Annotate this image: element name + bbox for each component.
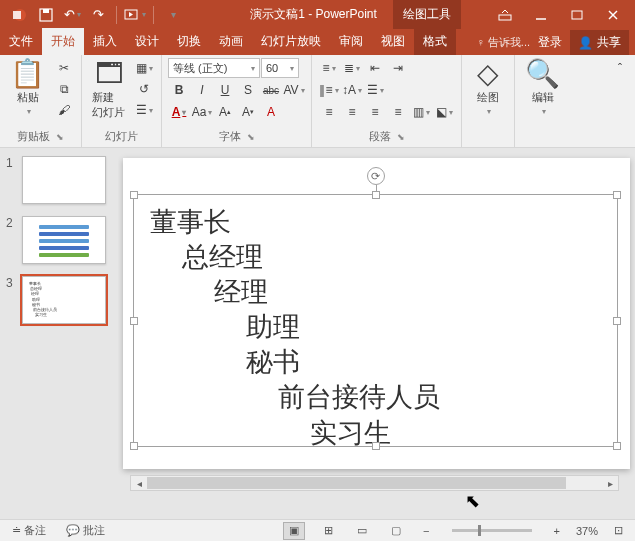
login-button[interactable]: 登录 [538, 34, 562, 51]
horizontal-scrollbar[interactable]: ◂ ▸ [130, 475, 619, 491]
tab-format[interactable]: 格式 [414, 28, 456, 55]
columns-button[interactable]: ▥▾ [410, 102, 432, 122]
text-box[interactable]: ⟳ 董事长 总经理 经理 助理 秘书 前台接待人员 实习生 [133, 194, 618, 447]
scroll-left-button[interactable]: ◂ [131, 478, 147, 489]
tab-review[interactable]: 审阅 [330, 28, 372, 55]
tab-home[interactable]: 开始 [42, 28, 84, 55]
reset-button[interactable]: ↺ [133, 79, 155, 99]
tab-slideshow[interactable]: 幻灯片放映 [252, 28, 330, 55]
clipboard-dialog-launcher[interactable]: ⬊ [56, 132, 64, 142]
fit-to-window-button[interactable]: ⊡ [610, 524, 627, 537]
zoom-in-button[interactable]: + [550, 525, 564, 537]
rotation-handle[interactable]: ⟳ [367, 167, 385, 185]
italic-button[interactable]: I [191, 80, 213, 100]
font-dialog-launcher[interactable]: ⬊ [247, 132, 255, 142]
notes-button[interactable]: ≐ 备注 [8, 523, 50, 538]
zoom-out-button[interactable]: − [419, 525, 433, 537]
sorter-view-button[interactable]: ⊞ [317, 522, 339, 540]
numbering-button[interactable]: ≣▾ [341, 58, 363, 78]
thumbnail-item[interactable]: 2 [6, 216, 112, 264]
paragraph-dialog-launcher[interactable]: ⬊ [397, 132, 405, 142]
tab-animations[interactable]: 动画 [210, 28, 252, 55]
bold-button[interactable]: B [168, 80, 190, 100]
resize-handle-bl[interactable] [130, 442, 138, 450]
tab-file[interactable]: 文件 [0, 28, 42, 55]
text-line: 前台接待人员 [150, 380, 601, 415]
font-color-button[interactable]: A▾ [168, 102, 190, 122]
minimize-button[interactable] [523, 0, 559, 29]
redo-button[interactable]: ↷ [86, 3, 110, 27]
decrease-indent-button[interactable]: ⇤ [364, 58, 386, 78]
smartart-button[interactable]: ⬕▾ [433, 102, 455, 122]
scrollbar-thumb[interactable] [147, 477, 566, 489]
underline-button[interactable]: U [214, 80, 236, 100]
share-label: 共享 [597, 34, 621, 51]
text-direction-button[interactable]: ↕A▾ [341, 80, 363, 100]
reading-view-button[interactable]: ▭ [351, 522, 373, 540]
align-right-button[interactable]: ≡ [364, 102, 386, 122]
comments-button[interactable]: 💬 批注 [62, 523, 109, 538]
line-spacing-button[interactable]: ‖≡▾ [318, 80, 340, 100]
resize-handle-tr[interactable] [613, 191, 621, 199]
layout-button[interactable]: ▦▾ [133, 58, 155, 78]
collapse-ribbon-button[interactable]: ˆ [609, 59, 631, 79]
undo-button[interactable]: ↶▾ [60, 3, 84, 27]
tell-me-search[interactable]: ♀ 告诉我... [477, 35, 530, 50]
thumbnail-slide-3[interactable]: 董事长 总经理 经理 助理 秘书 前台接待人员 实习生 [22, 276, 106, 324]
align-text-button[interactable]: ☰▾ [364, 80, 386, 100]
start-from-beginning-button[interactable]: ▾ [123, 3, 147, 27]
tab-design[interactable]: 设计 [126, 28, 168, 55]
slide[interactable]: ⟳ 董事长 总经理 经理 助理 秘书 前台接待人员 实习生 [123, 158, 630, 469]
close-button[interactable] [595, 0, 631, 29]
tab-transitions[interactable]: 切换 [168, 28, 210, 55]
editing-button[interactable]: 🔍 编辑 ▾ [521, 58, 564, 118]
strikethrough-button[interactable]: abc [260, 80, 282, 100]
thumbnail-item[interactable]: 3 董事长 总经理 经理 助理 秘书 前台接待人员 实习生 [6, 276, 112, 324]
thumbnail-item[interactable]: 1 [6, 156, 112, 204]
tab-view[interactable]: 视图 [372, 28, 414, 55]
resize-handle-ml[interactable] [130, 317, 138, 325]
zoom-slider[interactable] [452, 529, 532, 532]
align-left-button[interactable]: ≡ [318, 102, 340, 122]
font-size-combo[interactable]: 60▾ [261, 58, 299, 78]
format-painter-button[interactable]: 🖌 [53, 100, 75, 120]
font-name-combo[interactable]: 等线 (正文)▾ [168, 58, 260, 78]
zoom-level[interactable]: 37% [576, 525, 598, 537]
qat-customize-button[interactable]: ▾ [160, 3, 184, 27]
thumbnail-slide-2[interactable] [22, 216, 106, 264]
maximize-button[interactable] [559, 0, 595, 29]
cut-button[interactable]: ✂ [53, 58, 75, 78]
paste-button[interactable]: 📋 粘贴 ▾ [6, 58, 49, 118]
increase-indent-button[interactable]: ⇥ [387, 58, 409, 78]
textbox-content[interactable]: 董事长 总经理 经理 助理 秘书 前台接待人员 实习生 [134, 195, 617, 461]
shrink-font-button[interactable]: A▾ [237, 102, 259, 122]
copy-button[interactable]: ⧉ [53, 79, 75, 99]
ribbon-options-button[interactable] [487, 0, 523, 29]
bullets-button[interactable]: ≡▾ [318, 58, 340, 78]
resize-handle-bm[interactable] [372, 442, 380, 450]
new-slide-button[interactable]: 🗔 新建 幻灯片 [88, 58, 129, 122]
section-button[interactable]: ☰▾ [133, 100, 155, 120]
resize-handle-br[interactable] [613, 442, 621, 450]
shadow-button[interactable]: S [237, 80, 259, 100]
drawing-button[interactable]: ◇ 绘图 ▾ [468, 58, 508, 118]
slide-thumbnails-panel[interactable]: 1 2 3 董事长 总经理 经理 助理 秘书 前台接待人员 实习生 [0, 148, 118, 519]
char-spacing-button[interactable]: AV▾ [283, 80, 305, 100]
grow-font-button[interactable]: A▴ [214, 102, 236, 122]
resize-handle-tm[interactable] [372, 191, 380, 199]
clear-format-button[interactable]: A [260, 102, 282, 122]
resize-handle-tl[interactable] [130, 191, 138, 199]
scroll-right-button[interactable]: ▸ [602, 478, 618, 489]
share-button[interactable]: 👤共享 [570, 30, 629, 55]
align-center-button[interactable]: ≡ [341, 102, 363, 122]
tab-insert[interactable]: 插入 [84, 28, 126, 55]
save-button[interactable] [34, 3, 58, 27]
justify-button[interactable]: ≡ [387, 102, 409, 122]
normal-view-button[interactable]: ▣ [283, 522, 305, 540]
slideshow-view-button[interactable]: ▢ [385, 522, 407, 540]
change-case-button[interactable]: Aa▾ [191, 102, 213, 122]
thumbnail-slide-1[interactable] [22, 156, 106, 204]
slide-canvas-area[interactable]: ⟳ 董事长 总经理 经理 助理 秘书 前台接待人员 实习生 [118, 148, 635, 519]
resize-handle-mr[interactable] [613, 317, 621, 325]
group-drawing: ◇ 绘图 ▾ [462, 55, 515, 147]
